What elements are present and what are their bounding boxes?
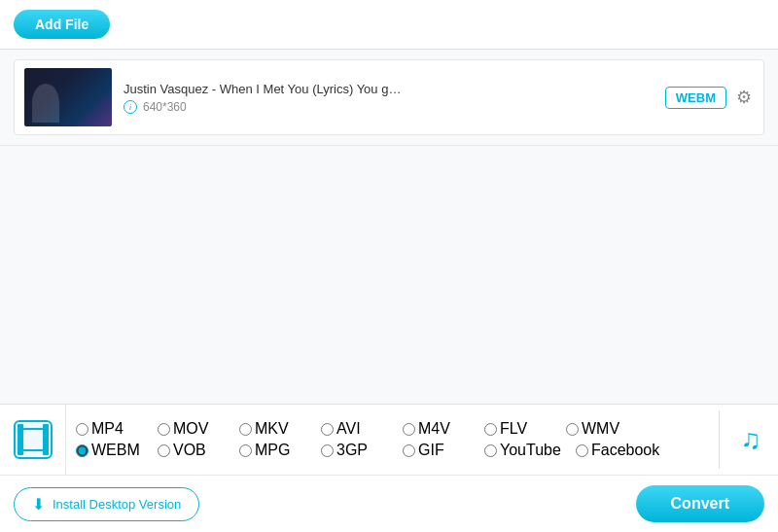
file-item: Justin Vasquez - When I Met You (Lyrics)… xyxy=(14,59,764,135)
footer-bar: ⬇ Install Desktop Version Convert xyxy=(0,475,778,532)
format-radio-mov[interactable] xyxy=(158,423,170,436)
format-label-mkv: MKV xyxy=(255,420,289,438)
convert-button[interactable]: Convert xyxy=(636,485,764,522)
format-label-3gp: 3GP xyxy=(336,442,368,459)
format-label-wmv: WMV xyxy=(582,420,619,438)
format-option-youtube[interactable]: YouTube xyxy=(484,442,572,459)
file-meta: i 640*360 xyxy=(124,100,654,114)
format-option-mpg[interactable]: MPG xyxy=(239,442,317,459)
format-option-facebook[interactable]: Facebook xyxy=(576,442,663,459)
format-label-mpg: MPG xyxy=(255,442,290,459)
format-label-avi: AVI xyxy=(336,420,361,438)
file-resolution: 640*360 xyxy=(143,100,187,114)
audio-format-icon-panel[interactable]: ♫ xyxy=(724,405,778,475)
film-icon xyxy=(14,420,53,459)
thumbnail-decoration xyxy=(32,84,59,123)
music-icon: ♫ xyxy=(741,424,761,455)
thumbnail-image xyxy=(24,68,112,126)
format-radio-webm[interactable] xyxy=(76,444,88,457)
format-label-webm: WEBM xyxy=(91,442,140,459)
file-thumbnail xyxy=(24,68,112,126)
format-badge: WEBM xyxy=(665,87,726,109)
file-list: Justin Vasquez - When I Met You (Lyrics)… xyxy=(0,50,778,146)
format-radio-3gp[interactable] xyxy=(321,444,334,457)
file-info: Justin Vasquez - When I Met You (Lyrics)… xyxy=(124,82,654,114)
format-option-m4v[interactable]: M4V xyxy=(403,420,480,438)
format-label-m4v: M4V xyxy=(418,420,450,438)
format-radio-vob[interactable] xyxy=(158,444,170,457)
format-label-youtube: YouTube xyxy=(500,442,561,459)
main-content xyxy=(0,146,778,404)
info-icon[interactable]: i xyxy=(124,100,137,114)
download-icon: ⬇ xyxy=(32,495,45,514)
format-option-3gp[interactable]: 3GP xyxy=(321,442,399,459)
formats-row-2: WEBM VOB MPG 3GP GIF YouTube xyxy=(76,442,705,459)
format-divider xyxy=(719,410,720,469)
file-actions: WEBM ⚙ xyxy=(665,85,754,110)
format-radio-mp4[interactable] xyxy=(76,423,88,436)
format-radio-wmv[interactable] xyxy=(566,423,579,436)
format-radio-mkv[interactable] xyxy=(239,423,252,436)
format-label-mov: MOV xyxy=(173,420,208,438)
format-option-webm[interactable]: WEBM xyxy=(76,442,154,459)
format-radio-avi[interactable] xyxy=(321,423,334,436)
toolbar: Add File xyxy=(0,0,778,50)
format-option-mp4[interactable]: MP4 xyxy=(76,420,154,438)
formats-row-1: MP4 MOV MKV AVI M4V FLV xyxy=(76,420,705,438)
formats-grid: MP4 MOV MKV AVI M4V FLV xyxy=(66,414,715,465)
format-option-vob[interactable]: VOB xyxy=(158,442,235,459)
format-label-facebook: Facebook xyxy=(591,442,659,459)
install-label: Install Desktop Version xyxy=(53,497,181,512)
format-label-vob: VOB xyxy=(173,442,206,459)
format-label-gif: GIF xyxy=(418,442,444,459)
format-option-gif[interactable]: GIF xyxy=(403,442,480,459)
add-file-button[interactable]: Add File xyxy=(14,10,110,39)
format-radio-flv[interactable] xyxy=(484,423,497,436)
format-label-flv: FLV xyxy=(500,420,527,438)
format-bar: MP4 MOV MKV AVI M4V FLV xyxy=(0,404,778,475)
format-radio-facebook[interactable] xyxy=(576,444,588,457)
format-radio-mpg[interactable] xyxy=(239,444,252,457)
settings-button[interactable]: ⚙ xyxy=(734,85,754,110)
format-label-mp4: MP4 xyxy=(91,420,124,438)
video-format-icon-panel xyxy=(0,405,66,475)
film-icon-center xyxy=(21,428,45,451)
install-desktop-button[interactable]: ⬇ Install Desktop Version xyxy=(14,487,199,521)
format-option-mkv[interactable]: MKV xyxy=(239,420,317,438)
format-option-flv[interactable]: FLV xyxy=(484,420,562,438)
format-radio-youtube[interactable] xyxy=(484,444,497,457)
format-option-mov[interactable]: MOV xyxy=(158,420,235,438)
file-name: Justin Vasquez - When I Met You (Lyrics)… xyxy=(124,82,654,96)
format-radio-gif[interactable] xyxy=(403,444,415,457)
format-option-avi[interactable]: AVI xyxy=(321,420,399,438)
format-radio-m4v[interactable] xyxy=(403,423,415,436)
format-option-wmv[interactable]: WMV xyxy=(566,420,644,438)
